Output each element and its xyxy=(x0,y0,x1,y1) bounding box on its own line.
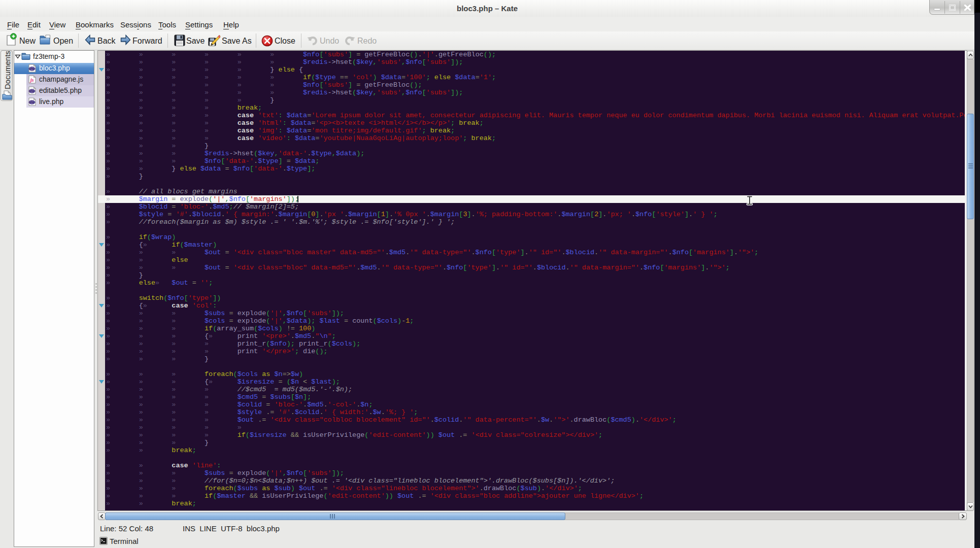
svg-text:php: php xyxy=(29,89,35,92)
svg-text:php: php xyxy=(29,100,35,104)
svg-text:js: js xyxy=(29,77,34,83)
svg-text:php: php xyxy=(29,67,35,70)
